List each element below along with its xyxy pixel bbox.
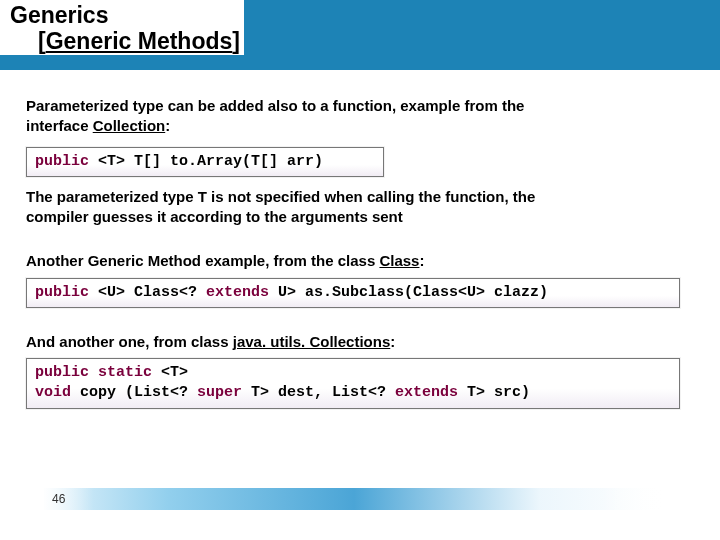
p1-line1: Parameterized type can be added also to … <box>26 97 524 114</box>
title-line1: Generics <box>10 2 240 28</box>
code-block-3: public static <T> void copy (List<? supe… <box>26 358 680 409</box>
title-band: Generics [Generic Methods] <box>0 0 720 70</box>
slide-content: Parameterized type can be added also to … <box>0 70 720 409</box>
p1-line2-post: : <box>165 117 170 134</box>
p2-line2: compiler guesses it according to the arg… <box>26 208 403 225</box>
slide-title: Generics [Generic Methods] <box>0 0 244 55</box>
p3-post: : <box>419 252 424 269</box>
kw-public-1: public <box>35 153 89 170</box>
kw-public-3: public <box>35 364 89 381</box>
code3-mid4: T> src) <box>458 384 530 401</box>
kw-void-3: void <box>35 384 71 401</box>
slide: Generics [Generic Methods] Parameterized… <box>0 0 720 540</box>
code-block-1: public <T> T[] to.Array(T[] arr) <box>26 147 384 177</box>
kw-extends-3: extends <box>395 384 458 401</box>
p1-collection: Collection <box>93 117 166 134</box>
code3-mid2: copy (List<? <box>71 384 197 401</box>
p4-pre: And another one, from class <box>26 333 233 350</box>
kw-public-2: public <box>35 284 89 301</box>
title-subject: Generic Methods <box>46 28 233 54</box>
kw-static-3: static <box>98 364 152 381</box>
code2-mid1: <U> Class<? <box>89 284 206 301</box>
spacer-1 <box>26 233 700 251</box>
bracket-open: [ <box>38 28 46 54</box>
p1-line2-pre: interface <box>26 117 93 134</box>
p3-pre: Another Generic Method example, from the… <box>26 252 379 269</box>
p4-collections: java. utils. Collections <box>233 333 391 350</box>
code-block-2: public <U> Class<? extends U> as.Subclas… <box>26 278 680 308</box>
kw-extends-2: extends <box>206 284 269 301</box>
code3-sp1 <box>89 364 98 381</box>
title-line2: [Generic Methods] <box>10 28 240 54</box>
p2-line1: The parameterized type T is not specifie… <box>26 188 535 205</box>
p4-post: : <box>390 333 395 350</box>
spacer-2 <box>26 318 700 332</box>
paragraph-2: The parameterized type T is not specifie… <box>26 187 700 228</box>
code3-mid1: <T> <box>152 364 188 381</box>
code1-rest: <T> T[] to.Array(T[] arr) <box>89 153 323 170</box>
code2-mid2: U> as.Subclass(Class<U> clazz) <box>269 284 548 301</box>
p3-class: Class <box>379 252 419 269</box>
kw-super-3: super <box>197 384 242 401</box>
code3-mid3: T> dest, List<? <box>242 384 395 401</box>
page-number: 46 <box>52 492 65 506</box>
footer-gradient-fade <box>44 488 664 510</box>
bracket-close: ] <box>232 28 240 54</box>
paragraph-3: Another Generic Method example, from the… <box>26 251 700 271</box>
paragraph-1: Parameterized type can be added also to … <box>26 96 700 137</box>
paragraph-4: And another one, from class java. utils.… <box>26 332 700 352</box>
